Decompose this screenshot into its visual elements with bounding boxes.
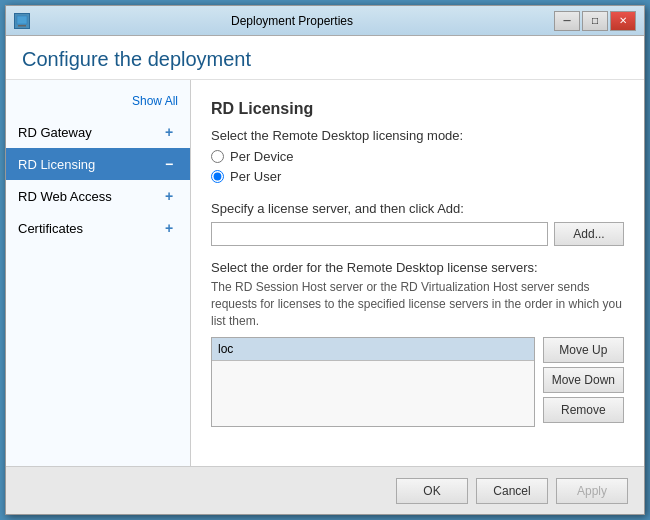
minimize-button[interactable]: ─ — [554, 11, 580, 31]
window-title: Deployment Properties — [30, 14, 554, 28]
section-title: RD Licensing — [211, 100, 624, 118]
sidebar-item-certificates[interactable]: Certificates + — [6, 212, 190, 244]
certificates-icon: + — [160, 219, 178, 237]
server-order-desc: The RD Session Host server or the RD Vir… — [211, 279, 624, 329]
sidebar-item-rd-licensing[interactable]: RD Licensing − — [6, 148, 190, 180]
window-icon — [14, 13, 30, 29]
deployment-properties-window: Deployment Properties ─ □ ✕ Configure th… — [5, 5, 645, 515]
per-device-row: Per Device — [211, 149, 624, 164]
license-mode-group: Per Device Per User — [211, 149, 624, 189]
certificates-label: Certificates — [18, 221, 83, 236]
server-listbox[interactable]: loc — [211, 337, 535, 427]
list-item[interactable]: loc — [212, 338, 534, 361]
page-title: Configure the deployment — [22, 48, 628, 71]
sidebar-item-rd-web-access[interactable]: RD Web Access + — [6, 180, 190, 212]
license-server-label: Specify a license server, and then click… — [211, 201, 624, 216]
header-area: Configure the deployment — [6, 36, 644, 80]
content-area: Show All RD Gateway + RD Licensing − RD … — [6, 80, 644, 466]
list-and-buttons: loc Move Up Move Down Remove — [211, 337, 624, 427]
window-controls: ─ □ ✕ — [554, 11, 636, 31]
server-order-label: Select the order for the Remote Desktop … — [211, 260, 624, 275]
maximize-button[interactable]: □ — [582, 11, 608, 31]
list-buttons: Move Up Move Down Remove — [543, 337, 624, 427]
title-bar: Deployment Properties ─ □ ✕ — [6, 6, 644, 36]
list-item-text: loc — [218, 342, 233, 356]
left-panel: Show All RD Gateway + RD Licensing − RD … — [6, 80, 191, 466]
cancel-button[interactable]: Cancel — [476, 478, 548, 504]
per-user-label[interactable]: Per User — [230, 169, 281, 184]
add-button[interactable]: Add... — [554, 222, 624, 246]
per-user-row: Per User — [211, 169, 624, 184]
license-server-input[interactable] — [211, 222, 548, 246]
show-all-header: Show All — [6, 90, 190, 116]
per-device-label[interactable]: Per Device — [230, 149, 294, 164]
per-user-radio[interactable] — [211, 170, 224, 183]
rd-web-access-icon: + — [160, 187, 178, 205]
main-content: RD Licensing Select the Remote Desktop l… — [191, 80, 644, 466]
show-all-link[interactable]: Show All — [132, 94, 178, 108]
rd-gateway-icon: + — [160, 123, 178, 141]
move-down-button[interactable]: Move Down — [543, 367, 624, 393]
svg-rect-1 — [18, 25, 26, 27]
bottom-bar: OK Cancel Apply — [6, 466, 644, 514]
license-mode-label: Select the Remote Desktop licensing mode… — [211, 128, 624, 143]
rd-web-access-label: RD Web Access — [18, 189, 112, 204]
sidebar-item-rd-gateway[interactable]: RD Gateway + — [6, 116, 190, 148]
remove-button[interactable]: Remove — [543, 397, 624, 423]
apply-button[interactable]: Apply — [556, 478, 628, 504]
rd-licensing-icon: − — [160, 155, 178, 173]
per-device-radio[interactable] — [211, 150, 224, 163]
ok-button[interactable]: OK — [396, 478, 468, 504]
close-button[interactable]: ✕ — [610, 11, 636, 31]
add-server-row: Add... — [211, 222, 624, 246]
svg-rect-0 — [17, 16, 27, 24]
move-up-button[interactable]: Move Up — [543, 337, 624, 363]
rd-licensing-label: RD Licensing — [18, 157, 95, 172]
rd-gateway-label: RD Gateway — [18, 125, 92, 140]
